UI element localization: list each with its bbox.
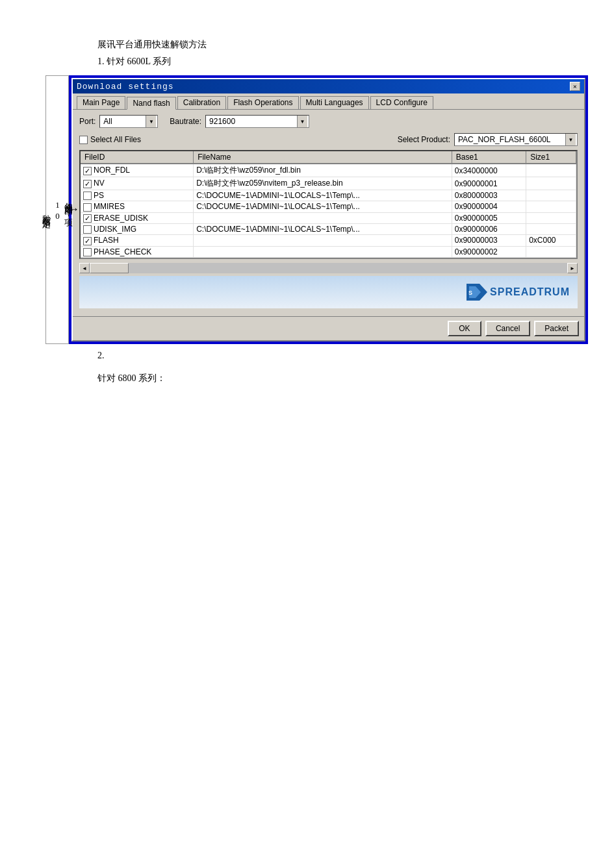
table-row: PHASE_CHECK0x90000002 <box>81 246 576 257</box>
file-id-cell[interactable]: MMIRES <box>81 201 194 212</box>
bautrate-value: 921600 <box>207 117 297 126</box>
file-name-cell: D:\临时文件\wz059\nor_fdl.bin <box>194 164 452 177</box>
select-all-label: Select All Files <box>90 135 141 144</box>
port-value: All <box>101 117 146 126</box>
file-name-cell: D:\临时文件\wz059\nvitem_p3_release.bin <box>194 177 452 190</box>
cancel-button[interactable]: Cancel <box>485 321 530 336</box>
dialog-outer: Download settings × Main Page Nand flash… <box>69 75 588 344</box>
row-checkbox[interactable] <box>83 225 92 234</box>
file-id-cell[interactable]: ✓FLASH <box>81 235 194 246</box>
file-table: FileID FileName Base1 Size1 ✓NOR_FDLD:\临… <box>81 151 576 258</box>
table-row: PSC:\DOCUME~1\ADMINI~1\LOCALS~1\Temp\...… <box>81 190 576 201</box>
row-checkbox[interactable] <box>83 203 92 212</box>
product-select[interactable]: PAC_NOR_FLASH_6600L ▼ <box>454 133 578 146</box>
file-name-cell <box>194 235 452 246</box>
row-checkbox[interactable]: ✓ <box>83 214 92 223</box>
dialog-titlebar: Download settings × <box>73 79 584 93</box>
bautrate-select[interactable]: 921600 ▼ <box>205 115 309 128</box>
annotation-text2: 秒左右搞定 <box>40 208 52 214</box>
table-row: ✓NOR_FDLD:\临时文件\wz059\nor_fdl.bin0x34000… <box>81 164 576 177</box>
product-dropdown-arrow[interactable]: ▼ <box>565 134 576 145</box>
spreadtrum-logo: S SPREADTRUM <box>467 284 570 301</box>
dialog-title: Download settings <box>77 82 174 92</box>
file-id-cell[interactable]: ✓NOR_FDL <box>81 164 194 177</box>
col-header-base1: Base1 <box>452 151 526 164</box>
page-title: 展讯平台通用快速解锁方法 <box>97 39 588 51</box>
scrollbar-thumb[interactable] <box>90 263 129 273</box>
tab-lcd-configure[interactable]: LCD Configure <box>370 96 433 109</box>
spreadtrum-logo-icon: S <box>467 284 487 301</box>
port-select[interactable]: All ▼ <box>99 115 158 128</box>
file-name-cell: C:\DOCUME~1\ADMINI~1\LOCALS~1\Temp\... <box>194 190 452 201</box>
svg-text:S: S <box>468 290 472 296</box>
base1-cell: 0x90000005 <box>452 212 526 223</box>
base1-cell: 0x90000002 <box>452 246 526 257</box>
tab-multi-languages[interactable]: Multi Languages <box>300 96 369 109</box>
row-checkbox[interactable]: ✓ <box>83 237 92 245</box>
tab-flash-operations[interactable]: Flash Operations <box>227 96 298 109</box>
config-row: Port: All ▼ Bautrate: 921600 ▼ <box>79 115 578 128</box>
scroll-left-button[interactable]: ◄ <box>79 263 90 273</box>
base1-cell: 0x90000003 <box>452 235 526 246</box>
packet-button[interactable]: Packet <box>534 321 579 336</box>
table-row: ✓FLASH0x900000030xC000 <box>81 235 576 246</box>
size1-cell <box>526 177 576 190</box>
dialog-window: Download settings × Main Page Nand flash… <box>71 78 585 341</box>
port-label: Port: <box>79 117 96 126</box>
col-header-fileid: FileID <box>81 151 194 164</box>
base1-cell: 0x90000006 <box>452 223 526 234</box>
file-id-cell[interactable]: PHASE_CHECK <box>81 246 194 257</box>
row-checkbox[interactable]: ✓ <box>83 180 92 188</box>
bautrate-dropdown-arrow[interactable]: ▼ <box>297 116 307 127</box>
ok-button[interactable]: OK <box>448 321 481 336</box>
file-id-cell[interactable]: ✓NV <box>81 177 194 190</box>
file-id-text: UDISK_IMG <box>94 225 136 234</box>
close-button[interactable]: × <box>570 82 580 91</box>
scroll-right-button[interactable]: ► <box>567 263 578 273</box>
size1-cell <box>526 201 576 212</box>
select-all-row: Select All Files Select Product: PAC_NOR… <box>79 133 578 146</box>
base1-cell: 0x34000000 <box>452 164 526 177</box>
file-id-text: NOR_FDL <box>94 166 130 175</box>
file-name-cell <box>194 212 452 223</box>
logo-text: SPREADTRUM <box>490 286 570 298</box>
logo-area: S SPREADTRUM <box>79 276 578 308</box>
select-all-checkbox[interactable] <box>79 136 88 144</box>
tab-calibration[interactable]: Calibration <box>177 96 226 109</box>
size1-cell: 0xC000 <box>526 235 576 246</box>
base1-cell: 0x90000004 <box>452 201 526 212</box>
select-product-right: Select Product: PAC_NOR_FLASH_6600L ▼ <box>398 133 578 146</box>
file-id-cell[interactable]: UDISK_IMG <box>81 223 194 234</box>
product-value: PAC_NOR_FLASH_6600L <box>456 135 565 144</box>
file-name-cell: C:\DOCUME~1\ADMINI~1\LOCALS~1\Temp\... <box>194 201 452 212</box>
file-id-cell[interactable]: PS <box>81 190 194 201</box>
select-product-label: Select Product: <box>398 135 450 144</box>
table-row: MMIRESC:\DOCUME~1\ADMINI~1\LOCALS~1\Temp… <box>81 201 576 212</box>
item2-label: 2. <box>97 351 588 361</box>
file-id-text: MMIRES <box>94 202 125 211</box>
table-row: UDISK_IMGC:\DOCUME~1\ADMINI~1\LOCALS~1\T… <box>81 223 576 234</box>
tab-bar: Main Page Nand flash Calibration Flash O… <box>73 93 584 110</box>
scrollbar-track[interactable] <box>90 263 567 273</box>
bautrate-label: Bautrate: <box>170 117 201 126</box>
side-annotation: 勾选如图4项， 10 秒左右搞定 → <box>45 75 69 344</box>
base1-cell: 0x80000003 <box>452 190 526 201</box>
row-checkbox[interactable] <box>83 248 92 256</box>
row-checkbox[interactable]: ✓ <box>83 167 92 175</box>
select-all-left: Select All Files <box>79 135 141 144</box>
horizontal-scrollbar[interactable]: ◄ ► <box>79 263 578 273</box>
base1-cell: 0x90000001 <box>452 177 526 190</box>
table-row: ✓ERASE_UDISK0x90000005 <box>81 212 576 223</box>
below-text: 针对 6800 系列： <box>97 373 588 384</box>
col-header-filename: FileName <box>194 151 452 164</box>
side-arrow-icon: → <box>66 203 80 217</box>
size1-cell <box>526 246 576 257</box>
port-dropdown-arrow[interactable]: ▼ <box>146 116 156 127</box>
tab-nand-flash[interactable]: Nand flash <box>127 97 175 110</box>
file-id-text: FLASH <box>94 236 119 245</box>
file-name-cell <box>194 246 452 257</box>
row-checkbox[interactable] <box>83 192 92 200</box>
file-id-cell[interactable]: ✓ERASE_UDISK <box>81 212 194 223</box>
tab-main-page[interactable]: Main Page <box>77 96 125 109</box>
size1-cell <box>526 212 576 223</box>
